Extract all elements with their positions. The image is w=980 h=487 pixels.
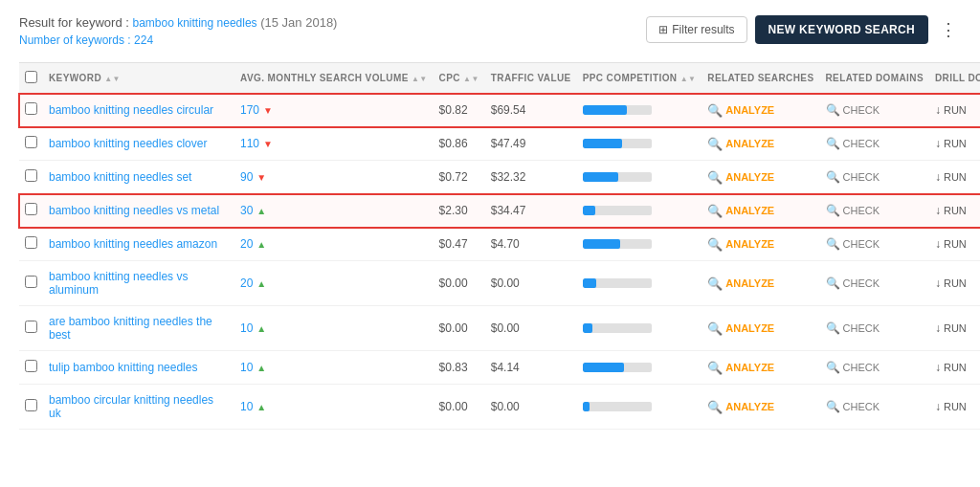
row-checkbox-cell <box>19 228 43 261</box>
keyword-cell: bamboo knitting needles amazon <box>43 228 234 261</box>
keyword-link[interactable]: bamboo knitting needles amazon <box>49 237 217 251</box>
analyze-button[interactable]: 🔍 ANALYZE <box>707 400 774 414</box>
volume-number: 110 <box>240 137 259 150</box>
row-checkbox[interactable] <box>25 203 37 215</box>
ppc-bar <box>583 278 596 288</box>
related-domains-cell: 🔍 CHECK <box>820 306 929 351</box>
check-button[interactable]: 🔍 CHECK <box>826 170 880 184</box>
cpc-cell: $0.72 <box>434 161 485 194</box>
ppc-cell <box>577 261 702 306</box>
table-row: bamboo circular knitting needles uk 10 ▲… <box>19 385 980 430</box>
table-row: bamboo knitting needles vs aluminum 20 ▲… <box>19 261 980 306</box>
related-domains-cell: 🔍 CHECK <box>820 385 929 430</box>
sort-arrows-volume: ▲▼ <box>412 75 428 83</box>
analyze-label: ANALYZE <box>725 362 774 373</box>
check-button[interactable]: 🔍 CHECK <box>826 400 880 413</box>
drill-cell: ↓ RUN <box>929 161 980 194</box>
row-checkbox[interactable] <box>25 321 37 333</box>
check-button[interactable]: 🔍 CHECK <box>826 204 880 217</box>
keyword-link[interactable]: bamboo knitting needles set <box>49 170 191 184</box>
row-checkbox[interactable] <box>25 276 37 288</box>
run-button[interactable]: ↓ RUN <box>935 170 967 184</box>
run-button[interactable]: ↓ RUN <box>935 361 967 374</box>
row-checkbox[interactable] <box>25 360 37 372</box>
col-header-keyword[interactable]: KEYWORD ▲▼ <box>43 63 234 94</box>
drill-cell: ↓ RUN <box>929 351 980 385</box>
keyword-link[interactable]: bamboo circular knitting needles uk <box>49 393 213 420</box>
cpc-cell: $0.00 <box>434 306 485 351</box>
check-button[interactable]: 🔍 CHECK <box>826 361 880 374</box>
select-all-checkbox[interactable] <box>25 71 37 83</box>
run-label: RUN <box>944 138 967 149</box>
related-domains-cell: 🔍 CHECK <box>820 261 929 306</box>
related-domains-cell: 🔍 CHECK <box>820 94 929 127</box>
keyword-cell: bamboo knitting needles circular <box>43 94 234 127</box>
run-label: RUN <box>944 277 967 289</box>
volume-number: 10 <box>240 400 253 413</box>
analyze-label: ANALYZE <box>725 238 774 250</box>
analyze-button[interactable]: 🔍 ANALYZE <box>707 204 774 218</box>
keyword-link[interactable]: tulip bamboo knitting needles <box>49 361 197 374</box>
analyze-button[interactable]: 🔍 ANALYZE <box>707 137 774 151</box>
run-arrow-icon: ↓ <box>935 361 941 374</box>
keyword-link[interactable]: bamboo knitting needles vs metal <box>49 204 219 217</box>
run-button[interactable]: ↓ RUN <box>935 321 967 335</box>
run-button[interactable]: ↓ RUN <box>935 137 967 150</box>
keyword-link[interactable]: bamboo knitting needles <box>133 16 257 30</box>
related-domains-cell: 🔍 CHECK <box>820 127 929 161</box>
run-button[interactable]: ↓ RUN <box>935 277 967 290</box>
analyze-button[interactable]: 🔍 ANALYZE <box>707 361 774 375</box>
keyword-link[interactable]: bamboo knitting needles clover <box>49 137 207 150</box>
row-checkbox[interactable] <box>25 136 37 148</box>
analyze-button[interactable]: 🔍 ANALYZE <box>707 321 774 336</box>
check-button[interactable]: 🔍 CHECK <box>826 103 880 117</box>
check-button[interactable]: 🔍 CHECK <box>826 321 880 335</box>
check-button[interactable]: 🔍 CHECK <box>826 137 880 150</box>
keyword-link[interactable]: bamboo knitting needles vs aluminum <box>49 270 188 297</box>
analyze-icon: 🔍 <box>707 361 723 375</box>
row-checkbox[interactable] <box>25 236 37 249</box>
col-header-ppc[interactable]: PPC COMPETITION ▲▼ <box>577 63 702 94</box>
keyword-link[interactable]: are bamboo knitting needles the best <box>49 315 212 342</box>
row-checkbox-cell <box>19 261 43 306</box>
ppc-bar <box>583 363 624 372</box>
related-searches-cell: 🔍 ANALYZE <box>702 228 819 261</box>
check-button[interactable]: 🔍 CHECK <box>826 237 880 251</box>
analyze-button[interactable]: 🔍 ANALYZE <box>707 103 774 118</box>
row-checkbox-cell <box>19 127 43 161</box>
related-searches-cell: 🔍 ANALYZE <box>702 194 819 228</box>
run-button[interactable]: ↓ RUN <box>935 103 967 117</box>
row-checkbox[interactable] <box>25 102 37 115</box>
check-icon: 🔍 <box>826 137 840 150</box>
analyze-label: ANALYZE <box>725 401 774 412</box>
trend-up-icon: ▲ <box>256 278 266 289</box>
drill-cell: ↓ RUN <box>929 228 980 261</box>
analyze-button[interactable]: 🔍 ANALYZE <box>707 170 774 185</box>
row-checkbox-cell <box>19 161 43 194</box>
filter-button[interactable]: ⊞ Filter results <box>646 16 746 43</box>
new-keyword-button[interactable]: NEW KEYWORD SEARCH <box>755 15 928 44</box>
check-icon: 🔍 <box>826 400 840 413</box>
run-button[interactable]: ↓ RUN <box>935 237 967 251</box>
check-button[interactable]: 🔍 CHECK <box>826 277 880 290</box>
table-header: KEYWORD ▲▼ AVG. MONTHLY SEARCH VOLUME ▲▼… <box>19 63 980 94</box>
ppc-bar <box>583 105 628 115</box>
run-label: RUN <box>944 171 967 183</box>
cpc-cell: $0.83 <box>434 351 485 385</box>
count-value: 224 <box>134 33 153 47</box>
keyword-link[interactable]: bamboo knitting needles circular <box>49 103 213 117</box>
run-button[interactable]: ↓ RUN <box>935 204 967 217</box>
col-header-cpc[interactable]: CPC ▲▼ <box>434 63 485 94</box>
more-options-button[interactable]: ⋮ <box>936 15 961 44</box>
check-label: CHECK <box>843 401 880 412</box>
col-header-related-domains: RELATED DOMAINS <box>820 63 929 94</box>
run-button[interactable]: ↓ RUN <box>935 400 967 413</box>
col-header-drill: DRILL DOWN <box>929 63 980 94</box>
row-checkbox[interactable] <box>25 169 37 182</box>
col-header-volume[interactable]: AVG. MONTHLY SEARCH VOLUME ▲▼ <box>234 63 434 94</box>
row-checkbox[interactable] <box>25 399 37 411</box>
analyze-button[interactable]: 🔍 ANALYZE <box>707 277 774 291</box>
run-label: RUN <box>944 238 967 250</box>
traffic-value-cell: $4.70 <box>485 228 577 261</box>
analyze-button[interactable]: 🔍 ANALYZE <box>707 237 774 252</box>
